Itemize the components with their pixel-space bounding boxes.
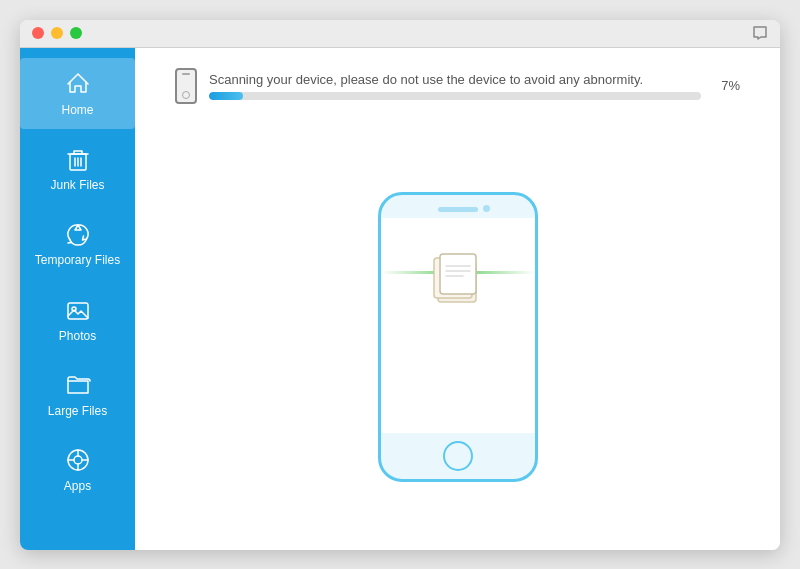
sidebar-temporary-files-label: Temporary Files <box>35 253 120 267</box>
phone-container <box>378 144 538 530</box>
maximize-button[interactable] <box>70 27 82 39</box>
sidebar-large-files-label: Large Files <box>48 404 107 418</box>
sidebar-apps-label: Apps <box>64 479 91 493</box>
phone-illustration <box>378 192 538 482</box>
content-area: Home Junk Files <box>20 48 780 550</box>
sidebar-home-label: Home <box>61 103 93 117</box>
photos-icon <box>64 296 92 324</box>
mini-phone-icon <box>175 68 197 104</box>
progress-percent: 7% <box>721 78 740 93</box>
recycle-icon <box>64 220 92 248</box>
scanning-doc-icon <box>428 250 488 305</box>
sidebar-item-temporary-files[interactable]: Temporary Files <box>20 208 135 279</box>
titlebar <box>20 20 780 48</box>
sidebar-junk-files-label: Junk Files <box>50 178 104 192</box>
svg-point-7 <box>74 456 82 464</box>
scan-message: Scanning your device, please do not use … <box>209 72 701 87</box>
mini-phone-body <box>175 68 197 104</box>
apps-icon <box>64 446 92 474</box>
close-button[interactable] <box>32 27 44 39</box>
home-icon <box>64 70 92 98</box>
scan-progress-area: Scanning your device, please do not use … <box>165 68 750 104</box>
chat-icon[interactable] <box>752 25 768 41</box>
sidebar-item-junk-files[interactable]: Junk Files <box>20 133 135 204</box>
phone-home-button <box>443 441 473 471</box>
scan-text-progress: Scanning your device, please do not use … <box>209 72 701 100</box>
folder-icon <box>64 371 92 399</box>
svg-rect-4 <box>68 303 88 319</box>
sidebar-item-home[interactable]: Home <box>20 58 135 129</box>
progress-bar-container <box>209 92 701 100</box>
minimize-button[interactable] <box>51 27 63 39</box>
sidebar: Home Junk Files <box>20 48 135 550</box>
trash-icon <box>64 145 92 173</box>
progress-bar-fill <box>209 92 243 100</box>
sidebar-item-apps[interactable]: Apps <box>20 434 135 505</box>
phone-speaker <box>438 207 478 212</box>
main-window: Home Junk Files <box>20 20 780 550</box>
sidebar-item-photos[interactable]: Photos <box>20 284 135 355</box>
sidebar-photos-label: Photos <box>59 329 96 343</box>
main-content: Scanning your device, please do not use … <box>135 48 780 550</box>
phone-camera <box>483 205 490 212</box>
sidebar-item-large-files[interactable]: Large Files <box>20 359 135 430</box>
svg-rect-14 <box>440 254 476 294</box>
phone-screen <box>381 218 535 433</box>
